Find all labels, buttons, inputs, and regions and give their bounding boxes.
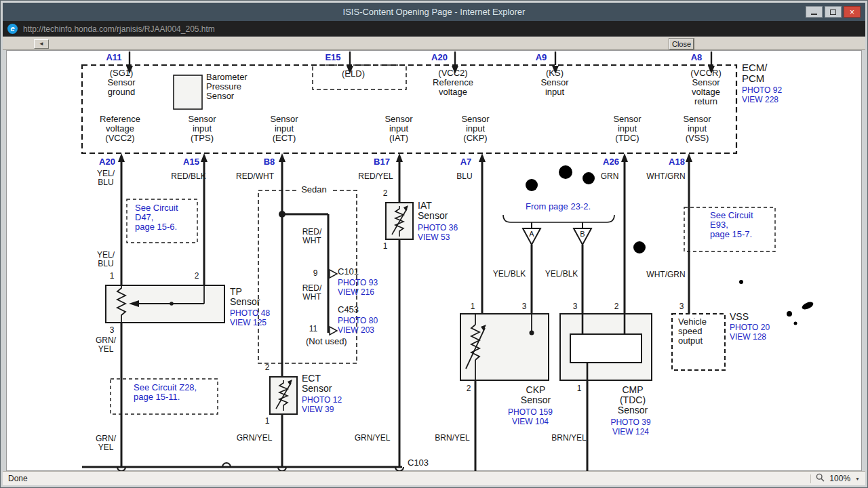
pin-label-a20-top: A20: [431, 53, 448, 62]
wire-grnyel-2: GRN/ YEL: [96, 434, 116, 452]
ect-pin2: 2: [265, 363, 270, 372]
browser-window: ISIS-Content Opening Page - Internet Exp…: [0, 0, 868, 488]
ect-photo-link[interactable]: PHOTO 12: [302, 396, 342, 405]
pin-label-b8: B8: [264, 157, 275, 167]
ref-circuit-z28: See Circuit Z28, page 15-11.: [134, 383, 197, 402]
c453-name: C453: [338, 305, 359, 314]
minimize-button[interactable]: [806, 6, 823, 18]
cmp-pin3: 3: [573, 302, 578, 311]
signal-ckp: Sensor input (CKP): [461, 115, 489, 143]
ecm-top-pins: [126, 52, 715, 74]
baro-box: [174, 75, 202, 109]
tp-photo-link[interactable]: PHOTO 48: [230, 309, 270, 318]
ecm-name: ECM/ PCM: [742, 62, 768, 84]
close-icon: ×: [850, 8, 854, 16]
pin-label-e15: E15: [325, 53, 340, 62]
address-bar[interactable]: e http://techinfo.honda.com/rjanisis/RJA…: [3, 21, 865, 37]
tp-view-link[interactable]: VIEW 125: [230, 319, 267, 327]
ckp-name: CKP Sensor: [521, 385, 551, 405]
ref-circuit-d47: See Circuit D47, page 15-6.: [135, 203, 178, 232]
ie-icon: e: [7, 24, 18, 34]
ckp-pin3: 3: [522, 302, 527, 311]
cmp-view-link[interactable]: VIEW 124: [612, 428, 649, 436]
ecm-view-link[interactable]: VIEW 228: [742, 96, 778, 104]
pin-label-a9: A9: [536, 53, 547, 62]
url-text[interactable]: http://techinfo.honda.com/rjanisis/RJAAI…: [23, 24, 215, 34]
wire-whtgrn-2: WHT/GRN: [646, 270, 685, 279]
signal-ect: Sensor input (ECT): [270, 115, 298, 143]
iat-pin2: 2: [383, 188, 388, 198]
wire-brnyel-cmp: BRN/YEL: [551, 434, 586, 443]
wire-whtgrn-1: WHT/GRN: [646, 172, 685, 181]
c103-label: C103: [408, 458, 429, 468]
signal-tdc: Sensor input (TDC): [613, 115, 641, 143]
pin-label-a15: A15: [183, 157, 199, 167]
signal-iat: Sensor input (IAT): [384, 115, 412, 143]
cmp-pin1: 1: [577, 384, 582, 393]
vss-box-label: Vehicle speed output: [678, 317, 707, 346]
ckp-photo-link[interactable]: PHOTO 159: [508, 408, 553, 417]
wire-brnyel-ckp: BRN/YEL: [435, 434, 469, 443]
tp-name: TP Sensor: [230, 287, 260, 307]
tp-pin3: 3: [110, 325, 115, 335]
ckp-view-link[interactable]: VIEW 104: [512, 418, 549, 426]
back-button[interactable]: ◄: [34, 39, 49, 49]
triangle-b-letter: B: [580, 230, 585, 238]
maximize-icon: [830, 9, 836, 15]
c101-photo-link[interactable]: PHOTO 93: [338, 279, 378, 287]
signal-ks: (KS) Sensor input: [540, 68, 568, 97]
sedan-pin11: 11: [309, 324, 317, 333]
close-window-button[interactable]: ×: [844, 6, 861, 18]
title-bar[interactable]: ISIS-Content Opening Page - Internet Exp…: [3, 3, 865, 21]
toolbar: ◄ Close: [3, 37, 865, 50]
zoom-level[interactable]: 100%: [829, 474, 850, 483]
iat-name: IAT Sensor: [418, 201, 448, 221]
ref-circuit-e93: See Circuit E93, page 15-7.: [710, 211, 753, 239]
signal-eld: (ELD): [342, 69, 365, 79]
zoom-icon: [816, 473, 825, 484]
ecm-photo-link[interactable]: PHOTO 92: [742, 86, 782, 95]
minimize-icon: [811, 14, 817, 15]
statusbar-divider: [810, 474, 811, 483]
wire-redyel: RED/YEL: [358, 172, 393, 181]
signal-vss: Sensor input (VSS): [683, 115, 711, 143]
window-title: ISIS-Content Opening Page - Internet Exp…: [3, 3, 865, 21]
ckp-sensor-box: [460, 314, 549, 380]
vss-pin3: 3: [679, 302, 684, 311]
cmp-pin2: 2: [614, 302, 619, 311]
barometer-label: Barometer Pressure Sensor: [206, 73, 248, 101]
iat-pin1: 1: [383, 241, 388, 251]
cmp-inner-box: [570, 334, 642, 363]
c453-view-link[interactable]: VIEW 203: [338, 326, 374, 335]
iat-view-link[interactable]: VIEW 53: [418, 233, 450, 242]
from-page-bracket: [503, 215, 614, 245]
scan-artifacts: [526, 165, 814, 325]
zoom-caret-icon[interactable]: ▼: [855, 476, 860, 481]
vss-view-link[interactable]: VIEW 128: [730, 333, 766, 342]
pin-label-a18: A18: [669, 157, 685, 167]
vss-photo-link[interactable]: PHOTO 20: [730, 323, 770, 332]
ect-view-link[interactable]: VIEW 39: [302, 405, 334, 414]
not-used-label: (Not used): [306, 337, 347, 346]
wire-yelblk-b: YEL/BLK: [545, 270, 578, 279]
c101-view-link[interactable]: VIEW 216: [338, 288, 374, 297]
maximize-button[interactable]: [825, 6, 842, 18]
signal-refvolt: Reference voltage (VCC2): [100, 115, 140, 143]
close-page-button[interactable]: Close: [669, 39, 694, 49]
c453-photo-link[interactable]: PHOTO 80: [338, 317, 378, 325]
pin-label-a8: A8: [691, 53, 703, 62]
ckp-pin1: 1: [471, 302, 475, 311]
ect-pin1: 1: [265, 416, 270, 426]
wire-redwht-sedan1: RED/ WHT: [302, 228, 322, 245]
c101-name: C101: [338, 267, 359, 277]
triangle-a-letter: A: [529, 230, 534, 238]
wire-blu: BLU: [456, 172, 472, 181]
wire-yelblu-2: YEL/ BLU: [97, 251, 115, 268]
pin-label-a11: A11: [106, 53, 121, 62]
cmp-photo-link[interactable]: PHOTO 39: [610, 418, 650, 427]
status-bar: Done 100% ▼: [3, 471, 865, 485]
iat-photo-link[interactable]: PHOTO 36: [418, 224, 458, 232]
wire-redwht: RED/WHT: [236, 172, 274, 181]
vss-name: VSS: [730, 312, 749, 322]
wire-grnyel-1: GRN/ YEL: [96, 336, 116, 354]
